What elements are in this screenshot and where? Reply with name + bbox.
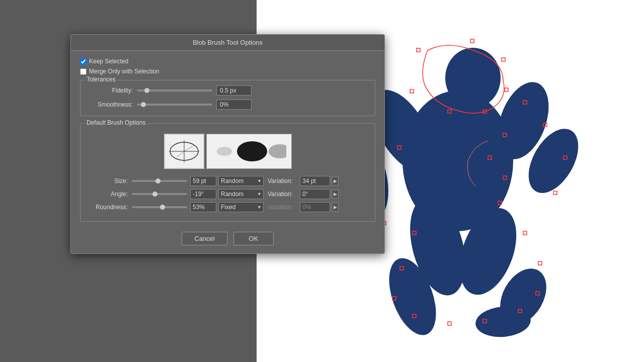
fidelity-thumb[interactable] <box>144 88 149 93</box>
roundness-slider[interactable] <box>132 206 187 208</box>
size-row: Size: Random Fixed Pressure ▼ Variation: <box>88 176 368 186</box>
brush-preview-area <box>88 134 368 169</box>
size-mode-select[interactable]: Random Fixed Pressure <box>218 176 264 186</box>
svg-rect-19 <box>417 48 420 52</box>
angle-label: Angle: <box>88 191 128 198</box>
angle-slider[interactable] <box>132 193 187 195</box>
svg-rect-34 <box>448 322 451 325</box>
roundness-variation-input <box>300 202 330 212</box>
fidelity-slider[interactable] <box>137 89 212 92</box>
roundness-mode-wrapper: Fixed Random Pressure ▼ <box>218 202 264 212</box>
size-variation-input[interactable] <box>300 176 330 186</box>
angle-mode-select[interactable]: Random Fixed Pressure <box>218 189 264 199</box>
angle-thumb[interactable] <box>152 192 157 197</box>
smoothness-thumb[interactable] <box>141 102 146 107</box>
svg-point-6 <box>237 141 267 161</box>
size-variation-arrow[interactable]: ▶ <box>332 176 339 186</box>
merge-only-row: Merge Only with Selection <box>80 68 375 75</box>
roundness-variation-arrow[interactable]: ▶ <box>332 203 339 212</box>
merge-only-checkbox[interactable] <box>80 68 87 75</box>
size-variation-label: Variation: <box>268 177 298 185</box>
roundness-variation-label: Variation: <box>268 204 298 211</box>
svg-rect-25 <box>410 89 414 93</box>
left-panel: Blob Brush Tool Options Keep Selected Me… <box>0 0 257 362</box>
svg-point-5 <box>217 147 232 156</box>
svg-rect-39 <box>523 231 527 235</box>
dialog-body: Keep Selected Merge Only with Selection … <box>71 51 384 253</box>
size-input[interactable] <box>190 176 216 186</box>
roundness-mode-select[interactable]: Fixed Random Pressure <box>218 202 264 212</box>
roundness-row: Roundness: Fixed Random Pressure ▼ Varia… <box>88 202 368 212</box>
angle-variation-label: Variation: <box>268 191 298 198</box>
svg-rect-40 <box>553 191 557 195</box>
tolerances-section: Tolerances Fidelity: Smoothness: <box>80 80 375 116</box>
angle-input[interactable] <box>190 189 216 199</box>
angle-variation-arrow[interactable]: ▶ <box>332 190 339 199</box>
size-thumb[interactable] <box>155 178 160 184</box>
tolerances-label: Tolerances <box>85 76 118 83</box>
brush-preview-ellipse[interactable] <box>164 134 204 169</box>
size-mode-wrapper: Random Fixed Pressure ▼ <box>218 176 264 186</box>
smoothness-row: Smoothness: <box>88 100 368 110</box>
brush-sizes-svg <box>212 136 286 166</box>
keep-selected-row: Keep Selected <box>80 58 375 65</box>
svg-rect-21 <box>502 58 505 61</box>
svg-rect-22 <box>505 88 508 92</box>
svg-line-3 <box>184 145 194 151</box>
dialog: Blob Brush Tool Options Keep Selected Me… <box>70 34 385 254</box>
size-label: Size: <box>88 177 128 185</box>
cancel-button[interactable]: Cancel <box>182 232 227 245</box>
svg-rect-38 <box>538 261 542 265</box>
svg-line-4 <box>177 151 184 157</box>
svg-rect-20 <box>470 39 474 43</box>
angle-row: Angle: Random Fixed Pressure ▼ Variation… <box>88 189 368 199</box>
fidelity-label: Fidelity: <box>88 87 133 94</box>
dialog-buttons: Cancel OK <box>80 230 375 245</box>
svg-point-9 <box>445 48 501 108</box>
smoothness-input[interactable] <box>216 100 252 110</box>
dialog-title: Blob Brush Tool Options <box>193 39 263 46</box>
brush-options-section: Default Brush Options <box>80 123 375 222</box>
smoothness-slider[interactable] <box>137 104 212 106</box>
fidelity-input[interactable] <box>216 85 252 96</box>
ok-button[interactable]: OK <box>233 232 274 245</box>
angle-variation-input[interactable] <box>300 189 330 199</box>
roundness-label: Roundness: <box>88 204 128 211</box>
brush-preview-sizes[interactable] <box>206 134 292 169</box>
brush-preview-svg <box>167 136 202 166</box>
keep-selected-checkbox[interactable] <box>80 58 87 65</box>
merge-only-label: Merge Only with Selection <box>89 68 159 75</box>
fidelity-row: Fidelity: <box>88 85 368 96</box>
roundness-thumb[interactable] <box>160 205 165 210</box>
roundness-input[interactable] <box>190 202 216 212</box>
angle-mode-wrapper: Random Fixed Pressure ▼ <box>218 189 264 199</box>
smoothness-label: Smoothness: <box>88 101 133 108</box>
keep-selected-label: Keep Selected <box>89 58 128 65</box>
dialog-titlebar: Blob Brush Tool Options <box>71 35 384 51</box>
svg-point-7 <box>269 144 286 158</box>
size-slider[interactable] <box>132 180 187 182</box>
brush-options-label: Default Brush Options <box>85 119 147 126</box>
